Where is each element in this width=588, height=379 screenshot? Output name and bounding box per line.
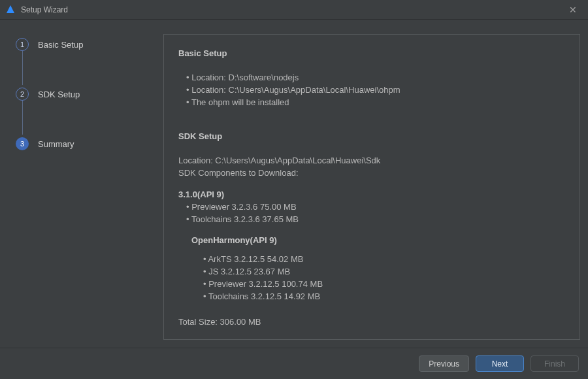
openharmony-heading: OpenHarmony(API 9): [191, 235, 565, 247]
window-body: 1 Basic Setup 2 SDK Setup 3 Summary Basi…: [0, 20, 588, 348]
list-item: The ohpm will be installed: [186, 97, 565, 109]
sdk-location-text: Location: C:\Users\Augus\AppData\Local\H…: [178, 155, 565, 167]
sdk-top-list: Previewer 3.2.3.6 75.00 MB Toolchains 3.…: [186, 201, 565, 226]
step-label: Summary: [38, 139, 74, 149]
finish-button: Finish: [531, 355, 579, 372]
sdk-components-label: SDK Components to Download:: [178, 167, 565, 180]
step-number-badge: 2: [16, 88, 29, 101]
sdk-version-heading: 3.1.0(API 9): [178, 189, 565, 201]
list-item: Previewer 3.2.3.6 75.00 MB: [186, 201, 565, 214]
basic-setup-list: Location: D:\software\nodejs Location: C…: [186, 72, 565, 109]
step-connector: [22, 51, 23, 85]
step-sdk-setup[interactable]: 2 SDK Setup: [16, 85, 146, 103]
content-panel-wrap: Basic Setup Location: D:\software\nodejs…: [157, 20, 588, 348]
titlebar: Setup Wizard ✕: [0, 0, 588, 20]
basic-setup-heading: Basic Setup: [178, 48, 565, 60]
close-icon[interactable]: ✕: [563, 5, 583, 15]
step-number-badge: 3: [16, 137, 29, 150]
list-item: Location: C:\Users\Augus\AppData\Local\H…: [186, 84, 565, 97]
list-item: ArkTS 3.2.12.5 54.02 MB: [203, 254, 565, 266]
summary-content-panel: Basic Setup Location: D:\software\nodejs…: [163, 34, 580, 340]
step-label: Basic Setup: [38, 40, 83, 50]
list-item: JS 3.2.12.5 23.67 MB: [203, 266, 565, 278]
step-number-badge: 1: [16, 38, 29, 51]
wizard-footer: Previous Next Finish: [0, 348, 588, 379]
sdk-setup-heading: SDK Setup: [178, 131, 565, 143]
step-connector: [22, 101, 23, 135]
step-label: SDK Setup: [38, 90, 80, 99]
total-size-text: Total Size: 306.00 MB: [178, 316, 565, 329]
openharmony-list: ArkTS 3.2.12.5 54.02 MB JS 3.2.12.5 23.6…: [203, 254, 565, 303]
window-title: Setup Wizard: [21, 5, 563, 14]
step-summary[interactable]: 3 Summary: [16, 135, 146, 153]
list-item: Previewer 3.2.12.5 100.74 MB: [203, 278, 565, 291]
list-item: Toolchains 3.2.12.5 14.92 MB: [203, 291, 565, 303]
openharmony-group: OpenHarmony(API 9) ArkTS 3.2.12.5 54.02 …: [191, 235, 565, 303]
list-item: Toolchains 3.2.3.6 37.65 MB: [186, 214, 565, 226]
app-logo-icon: [5, 5, 16, 15]
wizard-steps-sidebar: 1 Basic Setup 2 SDK Setup 3 Summary: [0, 20, 157, 348]
step-basic-setup[interactable]: 1 Basic Setup: [16, 35, 146, 54]
next-button[interactable]: Next: [476, 355, 524, 372]
list-item: Location: D:\software\nodejs: [186, 72, 565, 84]
previous-button[interactable]: Previous: [419, 355, 469, 372]
setup-wizard-window: Setup Wizard ✕ 1 Basic Setup 2 SDK Setup…: [0, 0, 588, 379]
